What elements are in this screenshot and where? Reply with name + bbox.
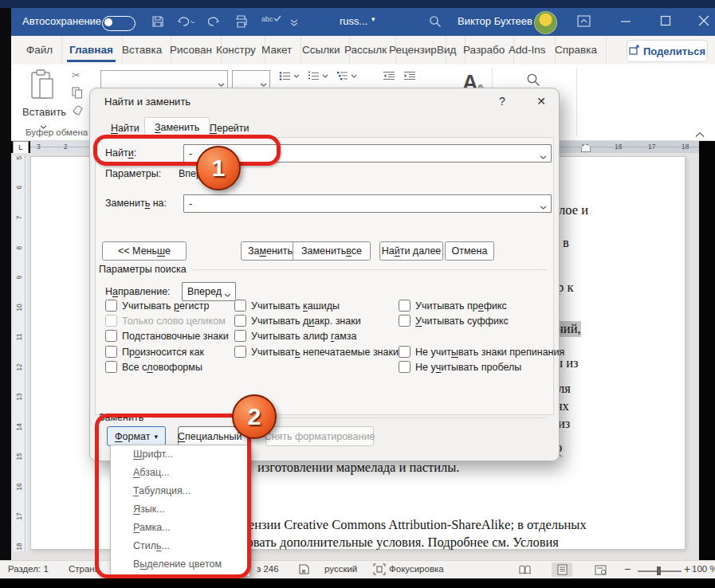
- zoom-level[interactable]: 100 %: [692, 564, 715, 574]
- proofing-errors-icon[interactable]: [298, 563, 311, 577]
- replace-button[interactable]: Заменить: [241, 241, 300, 261]
- close-window-icon[interactable]: [698, 15, 709, 29]
- ribbon-display-options-icon[interactable]: [577, 15, 591, 30]
- checkbox-alef-hamza[interactable]: Учитывать алиф гамза: [234, 330, 356, 342]
- vruler-number: 11: [15, 331, 23, 343]
- language-indicator[interactable]: русский: [324, 564, 357, 574]
- cancel-button[interactable]: Отмена: [445, 241, 494, 261]
- window-frame-top: [0, 0, 715, 8]
- replace-all-button[interactable]: Заменить все: [293, 241, 371, 261]
- vruler-number: 17: [15, 511, 23, 522]
- tab-help[interactable]: Справка: [546, 36, 607, 64]
- vruler-number: 12: [15, 362, 23, 373]
- replace-with-input[interactable]: -: [183, 194, 552, 213]
- document-name[interactable]: russ...: [340, 15, 367, 27]
- font-name-combo[interactable]: [100, 70, 228, 89]
- vruler-number: 13: [15, 391, 23, 402]
- page-indicator-partial-2[interactable]: з 246: [257, 564, 279, 574]
- checkbox-sounds-like[interactable]: Произносится как: [105, 346, 204, 358]
- checkbox-kashida[interactable]: Учитывать кашиды: [234, 300, 340, 312]
- multilevel-list-button[interactable]: [336, 71, 357, 81]
- increase-indent-icon[interactable]: [403, 71, 416, 81]
- maximize-icon[interactable]: [660, 15, 671, 29]
- checkbox-diacritics[interactable]: Учитывать диакр. знаки: [234, 315, 361, 327]
- find-next-button[interactable]: Найти далее: [379, 241, 443, 261]
- focus-icon[interactable]: [373, 563, 386, 577]
- vruler-number: 14: [15, 421, 23, 433]
- vruler-number: 6: [15, 182, 23, 193]
- checkbox-ignore-punctuation[interactable]: Не учитывать знаки препинания: [399, 346, 564, 358]
- zoom-in-button[interactable]: +: [684, 563, 690, 575]
- title-bar: Автосохранение abc russ... ▾ Виктор Бухт…: [11, 8, 715, 36]
- checkbox-match-suffix[interactable]: Учитывать суффикс: [399, 315, 509, 327]
- font-size-combo[interactable]: [232, 70, 270, 89]
- undo-icon[interactable]: [177, 15, 194, 31]
- copy-icon[interactable]: [72, 87, 83, 102]
- combo-arrow-icon[interactable]: [224, 289, 231, 300]
- doc-name-caret-icon: ▾: [371, 15, 375, 23]
- format-painter-icon[interactable]: [72, 104, 84, 120]
- section-indicator[interactable]: Раздел: 1: [8, 564, 49, 574]
- window-frame-left: [0, 8, 11, 578]
- toggle-knob: [104, 18, 112, 26]
- customize-toolbar-chevron-icon[interactable]: [290, 15, 298, 29]
- checkbox-ignore-whitespace[interactable]: Не учитывать пробелы: [399, 361, 521, 373]
- dialog-close-button[interactable]: ✕: [532, 92, 551, 110]
- focus-label[interactable]: Фокусировка: [389, 564, 444, 574]
- combo-arrow-icon[interactable]: [540, 202, 547, 213]
- spellcheck-icon[interactable]: abc: [261, 15, 281, 23]
- doc-text: зовать дополнительные условия. Подробнее…: [242, 535, 559, 551]
- save-icon[interactable]: [151, 15, 164, 31]
- doc-text: лое и: [559, 202, 588, 218]
- cut-icon[interactable]: ✂: [72, 69, 81, 81]
- zoom-slider-thumb[interactable]: [657, 566, 661, 575]
- print-layout-button[interactable]: [552, 563, 572, 577]
- annotation-badge-2: 2: [232, 394, 277, 439]
- paste-button[interactable]: Вставить: [22, 106, 66, 118]
- vruler-number: 15: [15, 451, 23, 462]
- avatar[interactable]: [534, 11, 557, 34]
- redo-icon[interactable]: [207, 15, 220, 31]
- group-separator: [576, 68, 577, 136]
- paste-clipboard-icon[interactable]: [29, 69, 56, 108]
- horizontal-ruler-left[interactable]: 3 2: [30, 140, 89, 153]
- user-name[interactable]: Виктор Бухтеев: [458, 15, 532, 27]
- vertical-ruler[interactable]: 5 6 7 8 9 10 11 12 13 14 15 16 17 18: [13, 156, 27, 551]
- horizontal-ruler-right[interactable]: 15 16 17 18: [558, 140, 699, 153]
- read-mode-button[interactable]: [514, 563, 535, 577]
- dialog-help-button[interactable]: ?: [493, 92, 512, 110]
- checkbox-nonprinting-chars[interactable]: Учитывать непечатаемые знаки: [234, 346, 399, 358]
- checkbox-whole-words: Только слово целиком: [105, 315, 226, 327]
- print-preview-icon[interactable]: [234, 15, 248, 31]
- ruler-ticks: [558, 147, 699, 147]
- less-button[interactable]: << Меньше: [102, 241, 187, 261]
- checkbox-match-prefix[interactable]: Учитывать префикс: [399, 300, 507, 312]
- autosave-toggle[interactable]: [102, 16, 136, 31]
- decrease-indent-icon[interactable]: [383, 71, 395, 81]
- search-icon[interactable]: [429, 15, 442, 31]
- search-params-label: Параметры:: [105, 168, 161, 179]
- collapse-ribbon-icon[interactable]: [695, 127, 705, 141]
- bullets-button[interactable]: [279, 71, 300, 81]
- doc-text: из: [558, 416, 570, 432]
- direction-select[interactable]: Вперед: [182, 282, 236, 301]
- minimize-icon[interactable]: [620, 15, 631, 29]
- autosave-label: Автосохранение: [22, 15, 101, 27]
- zoom-out-button[interactable]: −: [624, 563, 631, 575]
- combo-arrow-icon[interactable]: [540, 151, 547, 163]
- hruler-number: 18: [682, 143, 689, 151]
- annotation-rect-step1: [93, 135, 281, 166]
- numbering-button[interactable]: [308, 71, 328, 81]
- doc-text: цензии Creative Commons Attribution-Shar…: [242, 517, 587, 533]
- share-label: Поделиться: [643, 45, 705, 57]
- checkbox-all-word-forms[interactable]: Все словоформы: [105, 361, 202, 373]
- checkbox-wildcards[interactable]: Подстановочные знаки: [105, 330, 229, 342]
- window-frame-right: [699, 140, 715, 560]
- clear-formatting-button: Снять форматирование: [265, 426, 374, 446]
- vruler-number: 18: [15, 541, 23, 552]
- checkbox-match-case[interactable]: Учитывать регистр: [105, 300, 209, 312]
- dialog-title: Найти и заменить: [104, 96, 191, 108]
- web-layout-button[interactable]: [590, 563, 611, 577]
- share-button[interactable]: Поделиться: [627, 40, 708, 62]
- tab-file[interactable]: Файл: [18, 36, 62, 64]
